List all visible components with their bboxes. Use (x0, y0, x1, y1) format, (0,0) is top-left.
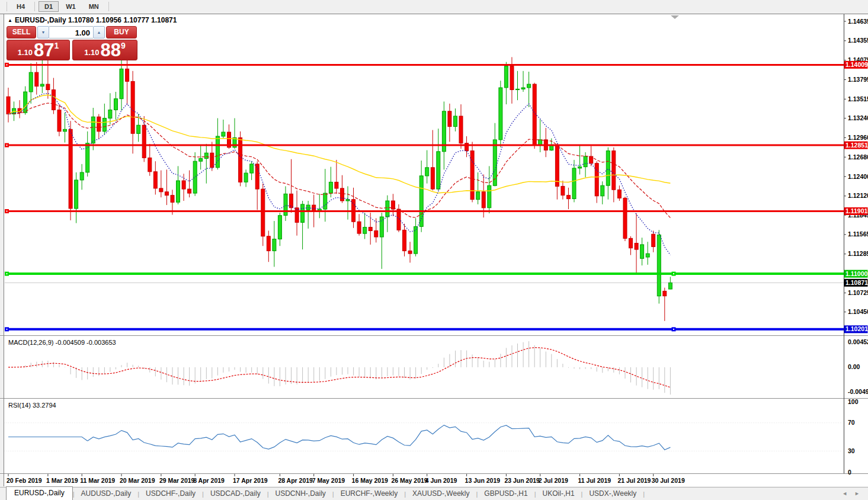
tab-separator: | (643, 491, 645, 500)
chart-title: ▲EURUSD-,Daily 1.10780 1.10956 1.10777 1… (8, 16, 177, 24)
svg-text:100: 100 (848, 398, 859, 405)
rsi-indicator-label: RSI(14) 33.2794 (8, 402, 56, 409)
svg-text:20 Mar 2019: 20 Mar 2019 (120, 477, 155, 484)
chart-canvas: 1.146351.143551.140751.137951.135151.132… (0, 0, 868, 487)
toolbar-separator (108, 2, 109, 11)
chart-window-border (0, 14, 868, 14)
volume-increase-button[interactable]: ▲ (93, 26, 105, 39)
svg-text:1.10725: 1.10725 (848, 289, 868, 296)
svg-text:8 Apr 2019: 8 Apr 2019 (193, 477, 225, 484)
level-price-label: 1.11901 (844, 207, 868, 215)
collapse-arrow-icon[interactable]: ▲ (8, 18, 12, 23)
svg-text:1.11901: 1.11901 (845, 207, 868, 214)
timeframe-toolbar: H4D1W1MN (0, 0, 868, 13)
level-price-label: 1.11000 (844, 270, 868, 278)
svg-text:13 Jun 2019: 13 Jun 2019 (465, 477, 501, 484)
svg-text:1.13240: 1.13240 (848, 114, 868, 121)
svg-text:23 Jun 2019: 23 Jun 2019 (504, 477, 540, 484)
chart-tab-1[interactable]: AUDUSD-,Daily (75, 488, 138, 500)
svg-text:29 Mar 2019: 29 Mar 2019 (159, 477, 195, 484)
chart-tab-bar: EURUSD-,Daily|AUDUSD-,Daily|USDCHF-,Dail… (0, 487, 868, 500)
svg-text:28 Apr 2019: 28 Apr 2019 (278, 477, 313, 484)
level-price-label: 1.10201 (844, 325, 868, 333)
toolbar-separator (7, 2, 7, 11)
svg-text:1.10871: 1.10871 (845, 279, 868, 286)
svg-text:20 Feb 2019: 20 Feb 2019 (7, 477, 42, 484)
sell-button[interactable]: SELL (7, 26, 36, 39)
svg-text:1.14635: 1.14635 (848, 18, 868, 25)
buy-price-digits: 88 (101, 41, 121, 59)
svg-text:1 Mar 2019: 1 Mar 2019 (46, 477, 78, 484)
volume-input[interactable]: 1.00 (49, 26, 93, 39)
svg-text:1.12851: 1.12851 (845, 142, 868, 149)
svg-text:0: 0 (848, 469, 851, 476)
sell-price-prefix: 1.10 (18, 48, 33, 57)
buy-price-pipette: 9 (121, 41, 126, 50)
svg-text:21 Jul 2019: 21 Jul 2019 (617, 477, 651, 484)
toolbar-separator (34, 2, 35, 11)
chart-tab-7[interactable]: GBPUSD-,H1 (478, 488, 534, 500)
timeframe-button-h4[interactable]: H4 (11, 1, 31, 12)
svg-text:11 Mar 2019: 11 Mar 2019 (80, 477, 115, 484)
chart-tab-9[interactable]: USDX-,Weekly (582, 488, 643, 500)
timeframe-button-w1[interactable]: W1 (60, 1, 82, 12)
macd-indicator-label: MACD(12,26,9) -0.004509 -0.003653 (8, 339, 116, 346)
chart-tab-5[interactable]: EURCHF-,Weekly (334, 488, 404, 500)
svg-text:16 May 2019: 16 May 2019 (352, 477, 388, 484)
svg-text:1.11285: 1.11285 (848, 250, 868, 257)
svg-text:26 May 2019: 26 May 2019 (391, 477, 427, 484)
svg-text:1.11565: 1.11565 (848, 230, 868, 238)
svg-text:1.13795: 1.13795 (848, 76, 868, 83)
svg-text:1.14355: 1.14355 (848, 37, 868, 44)
sell-price-pipette: 1 (55, 41, 59, 50)
ohlc-readout: 1.10780 1.10956 1.10777 1.10871 (68, 16, 177, 24)
tab-scroll-controls: ◄ ► (838, 487, 868, 500)
volume-decrease-button[interactable]: ▼ (37, 26, 49, 39)
svg-text:17 Apr 2019: 17 Apr 2019 (233, 477, 268, 484)
svg-text:30 Jul 2019: 30 Jul 2019 (652, 477, 685, 484)
svg-text:11 Jul 2019: 11 Jul 2019 (578, 477, 611, 484)
mt4-window: H4D1W1MN 1.146351.143551.140751.137951.1… (0, 0, 868, 500)
chart-tab-8[interactable]: UKOil-,H1 (536, 488, 581, 500)
chart-tab-0[interactable]: EURUSD-,Daily (6, 486, 73, 500)
svg-text:1.12680: 1.12680 (848, 153, 868, 161)
chart-tab-3[interactable]: USDCAD-,Daily (204, 488, 267, 500)
level-price-label: 1.14009 (844, 61, 868, 69)
svg-text:1.12400: 1.12400 (848, 173, 868, 180)
svg-text:70: 70 (848, 419, 855, 426)
timeframe-button-mn[interactable]: MN (83, 1, 105, 12)
svg-text:2 Jul 2019: 2 Jul 2019 (539, 477, 568, 484)
chart-tab-6[interactable]: XAUUSD-,Weekly (406, 488, 476, 500)
svg-text:30: 30 (848, 447, 855, 454)
sell-price-button[interactable]: 1.10 87 1 (7, 40, 70, 60)
svg-text:1.10450: 1.10450 (848, 308, 868, 315)
svg-text:4 Jun 2019: 4 Jun 2019 (425, 477, 457, 484)
svg-text:-0.00494: -0.00494 (848, 388, 868, 395)
svg-text:7 May 2019: 7 May 2019 (312, 477, 345, 484)
sell-price-digits: 87 (34, 41, 54, 59)
buy-price-button[interactable]: 1.10 88 9 (72, 40, 137, 60)
svg-text:0.004524: 0.004524 (848, 338, 868, 345)
buy-button[interactable]: BUY (106, 26, 137, 39)
buy-price-prefix: 1.10 (84, 48, 99, 57)
one-click-trading-panel: SELL ▼ 1.00 ▲ BUY 1.10 87 1 1.10 88 9 (7, 26, 137, 60)
level-price-label: 1.12851 (844, 142, 868, 149)
svg-text:1.13515: 1.13515 (848, 95, 868, 102)
chart-tab-4[interactable]: USDCNH-,Daily (269, 488, 332, 500)
svg-text:1.10201: 1.10201 (845, 325, 868, 332)
tab-scroll-left-icon[interactable]: ◄ (838, 491, 851, 496)
svg-text:0.00: 0.00 (848, 363, 860, 370)
svg-text:1.12120: 1.12120 (848, 192, 868, 199)
chart-tab-2[interactable]: USDCHF-,Daily (139, 488, 202, 500)
svg-text:1.12960: 1.12960 (848, 134, 868, 141)
chart-window-border (4, 14, 4, 486)
svg-text:1.14009: 1.14009 (845, 61, 868, 68)
current-price-label: 1.10871 (844, 279, 868, 287)
symbol-period-label: EURUSD-,Daily (15, 16, 66, 24)
svg-text:1.11000: 1.11000 (845, 270, 868, 277)
timeframe-button-d1[interactable]: D1 (39, 1, 59, 12)
tab-scroll-right-icon[interactable]: ► (851, 491, 863, 496)
